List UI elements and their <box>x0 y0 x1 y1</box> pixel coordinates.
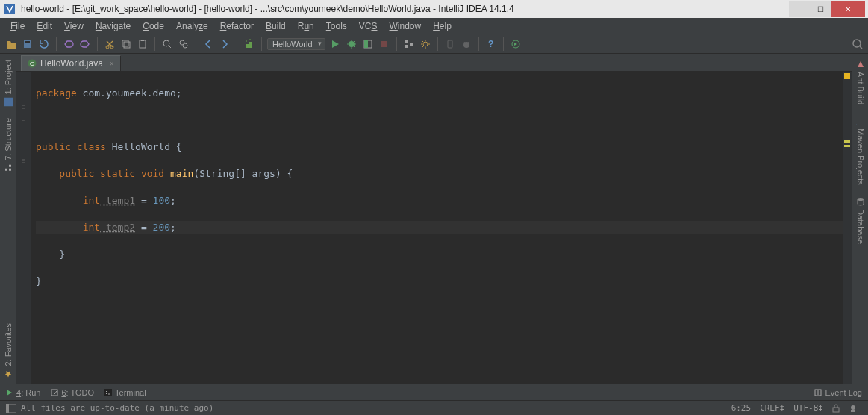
editor-tabs: C HelloWorld.java × <box>16 54 852 72</box>
menu-run[interactable]: Run <box>292 19 320 33</box>
toolbar-separator <box>478 37 479 51</box>
menu-vcs[interactable]: VCS <box>353 19 384 33</box>
paste-icon[interactable] <box>136 37 149 51</box>
menu-tools[interactable]: Tools <box>320 19 353 33</box>
right-tool-stripe: Ant Build m Maven Projects Database <box>852 54 868 384</box>
database-icon <box>856 197 865 206</box>
svg-rect-26 <box>4 97 13 106</box>
cut-icon[interactable] <box>103 37 116 51</box>
file-encoding[interactable]: UTF-8‡ <box>789 403 828 413</box>
find-icon[interactable] <box>160 37 174 51</box>
toolbar-separator <box>396 37 397 51</box>
inspection-status-icon[interactable] <box>844 73 850 79</box>
close-button[interactable]: ✕ <box>831 1 865 17</box>
file-tab-helloworld[interactable]: C HelloWorld.java × <box>21 55 121 71</box>
bottom-todo[interactable]: 6: TODO <box>51 388 94 397</box>
error-stripe[interactable] <box>843 72 852 384</box>
run-icon[interactable] <box>328 37 342 51</box>
settings-icon[interactable] <box>419 37 432 51</box>
sidebar-maven[interactable]: m Maven Projects <box>855 110 867 191</box>
sidebar-ant-build[interactable]: Ant Build <box>855 54 867 110</box>
svg-rect-7 <box>140 40 146 48</box>
java-class-icon: C <box>28 59 37 68</box>
svg-rect-35 <box>6 404 9 413</box>
warning-mark-icon[interactable] <box>844 140 850 143</box>
tab-close-icon[interactable]: × <box>107 60 114 68</box>
menu-build[interactable]: Build <box>260 19 292 33</box>
main-content: 1: Project 7: Structure 2: Favorites C H… <box>0 54 868 384</box>
fold-end-icon[interactable]: ⊟ <box>16 154 31 167</box>
sidebar-favorites-label: 2: Favorites <box>4 323 13 366</box>
sync-icon[interactable] <box>37 37 51 51</box>
structure-icon[interactable] <box>402 37 416 51</box>
line-separator[interactable]: CRLF‡ <box>755 403 789 413</box>
help-icon[interactable]: ? <box>484 37 498 51</box>
toolwindow-toggle-icon[interactable] <box>6 404 16 413</box>
fold-method-icon[interactable]: ⊟ <box>16 113 31 127</box>
sidebar-database-label: Database <box>856 209 865 244</box>
svg-rect-17 <box>381 41 387 47</box>
copy-icon[interactable] <box>119 37 133 51</box>
toolbar-separator <box>154 37 155 51</box>
fold-class-icon[interactable]: ⊟ <box>16 100 31 113</box>
replace-icon[interactable] <box>177 37 190 51</box>
svg-rect-5 <box>122 40 128 46</box>
svg-point-11 <box>183 43 187 48</box>
code-content[interactable]: package com.youmeek.demo; public class H… <box>31 72 843 384</box>
todo-icon <box>51 389 58 396</box>
svg-point-30 <box>858 198 864 201</box>
svg-rect-2 <box>25 41 30 43</box>
warning-mark-icon[interactable] <box>844 145 850 147</box>
android-icon[interactable] <box>460 37 473 51</box>
jrebel-icon[interactable] <box>509 37 522 51</box>
stop-icon[interactable] <box>378 37 391 51</box>
menu-file[interactable]: File <box>4 19 31 33</box>
sidebar-favorites[interactable]: 2: Favorites <box>2 317 14 384</box>
svg-rect-22 <box>448 40 452 48</box>
menu-analyze[interactable]: Analyze <box>170 19 214 33</box>
code-editor[interactable]: ⊟ ⊟ ⊟ package com.youmeek.demo; public c… <box>16 72 852 384</box>
back-icon[interactable] <box>202 37 215 51</box>
maximize-button[interactable]: ☐ <box>810 1 831 17</box>
bottom-terminal[interactable]: Terminal <box>104 388 146 397</box>
sidebar-database[interactable]: Database <box>855 191 867 250</box>
undo-icon[interactable] <box>62 37 75 51</box>
menu-bar: File Edit View Navigate Code Analyze Ref… <box>0 18 868 34</box>
run-config-selector[interactable]: HelloWorld <box>267 38 325 50</box>
svg-rect-18 <box>405 40 408 43</box>
run-config-label: HelloWorld <box>272 40 313 49</box>
minimize-button[interactable]: — <box>789 1 810 17</box>
menu-help[interactable]: Help <box>427 19 458 33</box>
menu-view[interactable]: View <box>58 19 90 33</box>
svg-rect-20 <box>410 43 413 46</box>
bottom-event-log[interactable]: Event Log <box>814 388 862 397</box>
bottom-run[interactable]: 4: Run <box>6 388 40 397</box>
avd-icon[interactable] <box>443 37 457 51</box>
sidebar-structure[interactable]: 7: Structure <box>2 112 14 178</box>
save-icon[interactable] <box>21 37 34 51</box>
forward-icon[interactable] <box>218 37 231 51</box>
sidebar-structure-label: 7: Structure <box>4 118 13 160</box>
debug-icon[interactable] <box>345 37 358 51</box>
sidebar-project[interactable]: 1: Project <box>2 54 14 112</box>
menu-edit[interactable]: Edit <box>31 19 58 33</box>
menu-window[interactable]: Window <box>383 19 427 33</box>
readonly-toggle-icon[interactable] <box>828 404 844 413</box>
redo-icon[interactable] <box>78 37 92 51</box>
toolbar-separator <box>97 37 98 51</box>
open-icon[interactable] <box>4 37 18 51</box>
caret-position[interactable]: 6:25 <box>727 403 756 413</box>
menu-code[interactable]: Code <box>137 19 170 33</box>
search-everywhere-icon[interactable] <box>852 38 864 50</box>
svg-rect-8 <box>141 40 144 41</box>
menu-navigate[interactable]: Navigate <box>90 19 137 33</box>
svg-point-25 <box>853 40 861 47</box>
svg-rect-19 <box>405 45 408 48</box>
sidebar-maven-label: Maven Projects <box>856 128 865 185</box>
make-icon[interactable] <box>243 37 256 51</box>
menu-refactor[interactable]: Refactor <box>214 19 260 33</box>
hector-icon[interactable] <box>844 404 862 413</box>
bottom-todo-label: 6: TODO <box>61 388 94 397</box>
coverage-icon[interactable] <box>361 37 375 51</box>
toolbar-separator <box>196 37 196 51</box>
